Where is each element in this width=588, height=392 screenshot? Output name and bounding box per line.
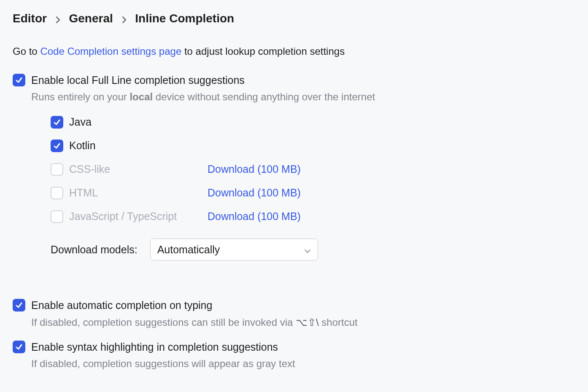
enable-syntax-highlight-checkbox[interactable]	[13, 341, 25, 353]
enable-auto-typing-label: Enable automatic completion on typing	[31, 298, 358, 312]
chevron-down-icon	[304, 244, 311, 256]
breadcrumb-inline-completion: Inline Completion	[135, 12, 234, 25]
lang-js-ts-label: JavaScript / TypeScript	[69, 210, 208, 223]
lang-js-ts-checkbox[interactable]	[51, 210, 63, 223]
lang-java-checkbox[interactable]	[51, 116, 63, 129]
lang-kotlin-checkbox[interactable]	[51, 140, 63, 152]
download-html-link[interactable]: Download (100 MB)	[208, 187, 301, 199]
lang-css-label: CSS-like	[69, 163, 208, 175]
auto-hint-pre: If disabled, completion suggestions can …	[31, 317, 296, 328]
lang-java-label: Java	[69, 116, 208, 128]
full-line-hint: Runs entirely on your local device witho…	[31, 91, 375, 103]
lang-html-label: HTML	[69, 187, 208, 199]
hint-post: device without sending anything over the…	[153, 91, 375, 102]
breadcrumb-editor[interactable]: Editor	[13, 12, 47, 25]
hint-pre: Runs entirely on your	[31, 91, 129, 102]
intro-suffix: to adjust lookup completion settings	[181, 46, 345, 57]
chevron-right-icon	[122, 13, 126, 26]
lang-html-checkbox[interactable]	[51, 187, 63, 199]
auto-hint-post: shortcut	[319, 317, 358, 328]
breadcrumb: Editor General Inline Completion	[13, 12, 575, 26]
download-models-select[interactable]: Automatically	[150, 239, 318, 260]
download-js-ts-link[interactable]: Download (100 MB)	[208, 210, 301, 223]
hint-bold: local	[129, 91, 153, 102]
enable-full-line-label: Enable local Full Line completion sugges…	[31, 73, 375, 87]
enable-syntax-highlight-label: Enable syntax highlighting in completion…	[31, 340, 295, 354]
intro-text: Go to Code Completion settings page to a…	[13, 46, 575, 57]
code-completion-settings-link[interactable]: Code Completion settings page	[40, 46, 181, 57]
download-css-link[interactable]: Download (100 MB)	[208, 163, 301, 175]
download-models-label: Download models:	[51, 244, 138, 256]
lang-kotlin-label: Kotlin	[69, 140, 208, 152]
breadcrumb-general[interactable]: General	[69, 12, 113, 25]
syntax-highlight-hint: If disabled, completion suggestions will…	[31, 358, 295, 370]
auto-hint-shortcut: ⌥⇧\	[296, 317, 319, 328]
chevron-right-icon	[56, 13, 60, 26]
enable-auto-typing-checkbox[interactable]	[13, 299, 25, 311]
lang-css-checkbox[interactable]	[51, 163, 63, 176]
intro-prefix: Go to	[13, 46, 40, 57]
auto-typing-hint: If disabled, completion suggestions can …	[31, 317, 358, 328]
download-models-value: Automatically	[157, 244, 220, 256]
enable-full-line-checkbox[interactable]	[13, 74, 25, 86]
